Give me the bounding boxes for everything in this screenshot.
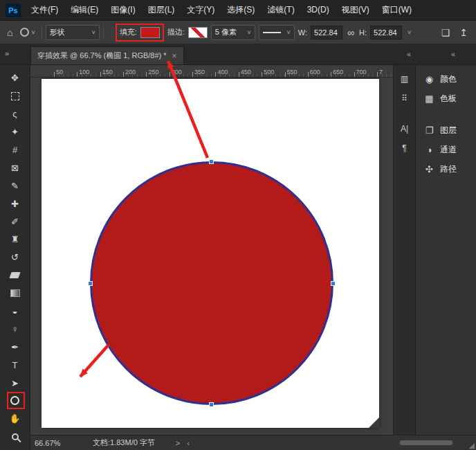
ruler-tick: 200 <box>123 69 136 75</box>
ruler-tick: 450 <box>239 69 251 75</box>
paragraph-panel-icon[interactable]: ¶ <box>394 140 415 156</box>
eraser-tool[interactable] <box>0 267 30 285</box>
status-expand-icon[interactable]: > <box>176 439 180 447</box>
anchor-top[interactable] <box>209 159 214 164</box>
menu-view[interactable]: 视图(V) <box>336 0 376 20</box>
chevron-down-icon: ˅ <box>248 29 251 36</box>
stroke-style-select[interactable]: ˅ <box>259 25 295 40</box>
horizontal-scrollbar[interactable] <box>400 440 452 445</box>
status-collapse-icon[interactable]: ‹ <box>187 439 190 447</box>
lasso-tool[interactable]: ς <box>0 105 30 123</box>
tool-mode-select[interactable]: 形状 ˅ <box>46 25 100 40</box>
ruler-tick: 250 <box>146 69 158 75</box>
anchor-right[interactable] <box>331 281 336 286</box>
type-tool-icon: T <box>12 361 18 370</box>
healing-brush-tool[interactable]: ✚ <box>0 195 30 213</box>
eyedropper-tool[interactable]: ✎ <box>0 177 30 195</box>
frame-tool[interactable]: ⊠ <box>0 159 30 177</box>
status-bar: 66.67% 文档:1.83M/0 字节 > ‹ ◢ <box>30 435 476 450</box>
gradient-tool[interactable] <box>0 285 30 303</box>
history-brush-tool[interactable]: ↺ <box>0 249 30 267</box>
histogram-panel-icon[interactable]: ▥ <box>394 71 415 87</box>
ruler-tick: 650 <box>331 69 343 75</box>
clone-stamp-tool[interactable]: ♜ <box>0 231 30 249</box>
stroke-color-swatch[interactable] <box>188 27 208 38</box>
move-tool[interactable]: ✥ <box>0 69 30 87</box>
panel-tab-swatches[interactable]: ▦色板 <box>416 89 476 108</box>
brush-tool[interactable]: ✐ <box>0 213 30 231</box>
zoom-tool[interactable] <box>0 428 30 446</box>
menu-edit[interactable]: 编辑(E) <box>64 0 104 20</box>
layers-panel-icon: ❐ <box>424 125 434 136</box>
link-dimensions-icon[interactable]: ∞ <box>346 27 356 38</box>
ruler-tick: 50 <box>54 69 63 75</box>
home-icon[interactable]: ⌂ <box>6 27 14 38</box>
collapse-dock-icon[interactable]: « <box>451 50 455 58</box>
menu-3d[interactable]: 3D(D) <box>301 0 336 20</box>
type-tool[interactable]: T <box>0 356 30 374</box>
zoom-level[interactable]: 66.67% <box>35 439 65 447</box>
path-operations-icon[interactable]: ❏ <box>440 27 452 38</box>
panel-tab-paths[interactable]: ✣路径 <box>416 159 476 179</box>
chevron-down-icon: ˅ <box>31 29 35 36</box>
eyedropper-tool-icon: ✎ <box>11 181 19 190</box>
chevron-down-icon: ˅ <box>287 29 291 36</box>
stroke-width-select[interactable]: 5 像素 ˅ <box>211 25 255 40</box>
pen-tool[interactable]: ✒ <box>0 338 30 356</box>
ruler-tick: 150 <box>100 69 113 75</box>
pen-tool-icon: ✒ <box>11 343 19 352</box>
panel-tab-color[interactable]: ◉颜色 <box>416 69 476 89</box>
ruler-tick: 350 <box>192 69 205 75</box>
anchor-left[interactable] <box>88 281 93 286</box>
swatches-panel-icon: ▦ <box>424 93 434 104</box>
ruler-tick: 500 <box>262 69 274 75</box>
height-input[interactable] <box>370 26 402 39</box>
blur-tool[interactable]: ◒ <box>0 303 30 321</box>
ellipse-shape[interactable] <box>90 161 333 405</box>
crop-tool[interactable]: # <box>0 141 30 159</box>
canvas[interactable] <box>42 79 379 428</box>
ellipse-tool[interactable] <box>0 392 30 410</box>
menu-file[interactable]: 文件(F) <box>25 0 64 20</box>
history-brush-tool-icon: ↺ <box>11 253 19 262</box>
adjustments-panel-icon[interactable]: ⠿ <box>394 90 415 107</box>
export-icon[interactable]: ↥ <box>458 27 469 38</box>
fill-color-swatch[interactable] <box>140 27 160 38</box>
move-tool-icon: ✥ <box>11 73 19 82</box>
menu-filter[interactable]: 滤镜(T) <box>261 0 300 20</box>
close-icon[interactable]: × <box>172 51 177 61</box>
chevron-down-icon: ˅ <box>408 29 411 36</box>
menu-select[interactable]: 选择(S) <box>221 0 261 20</box>
collapse-panels-icon[interactable]: « <box>407 50 411 58</box>
anchor-bottom[interactable] <box>209 402 214 407</box>
document-tab[interactable]: 穿插效果 @ 66.7% (椭圆 1, RGB/8#) * × <box>30 46 184 64</box>
document-info: 文档:1.83M/0 字节 <box>93 438 155 448</box>
menu-window[interactable]: 窗口(W) <box>376 0 418 20</box>
fill-control[interactable]: 填充: <box>116 24 164 42</box>
panel-group: ◉颜色▦色板 <box>416 69 476 108</box>
ruler-tick: 7 <box>377 69 383 75</box>
quick-selection-tool[interactable]: ✦ <box>0 123 30 141</box>
marquee-tool[interactable] <box>0 87 30 105</box>
divider <box>42 25 42 40</box>
menu-type[interactable]: 文字(Y) <box>181 0 221 20</box>
paths-panel-icon: ✣ <box>424 164 434 174</box>
tool-preset-dropdown[interactable]: ˅ <box>17 26 37 38</box>
dodge-tool[interactable]: ♀ <box>0 320 30 338</box>
path-selection-tool[interactable]: ➤ <box>0 374 30 392</box>
width-input[interactable] <box>311 26 342 39</box>
chevron-down-icon: ˅ <box>91 29 95 36</box>
resize-grip-icon[interactable]: ◢ <box>469 442 475 449</box>
crop-tool-icon: # <box>12 145 17 154</box>
marquee-tool-icon <box>11 92 19 100</box>
toolbar-collapse-icon[interactable]: » <box>5 49 9 57</box>
stroke-control[interactable]: 描边: <box>167 27 208 38</box>
character-panel-icon[interactable]: A| <box>394 120 415 137</box>
options-extra-icons: ❏↥ <box>440 27 470 38</box>
photoshop-window: Ps 文件(F)编辑(E)图像(I)图层(L)文字(Y)选择(S)滤镜(T)3D… <box>0 0 476 450</box>
hand-tool[interactable]: ✋ <box>0 410 30 428</box>
menu-image[interactable]: 图像(I) <box>104 0 141 20</box>
panel-tab-channels[interactable]: ◑通道 <box>416 140 476 159</box>
menu-layer[interactable]: 图层(L) <box>142 0 181 20</box>
panel-tab-layers[interactable]: ❐图层 <box>416 120 476 140</box>
